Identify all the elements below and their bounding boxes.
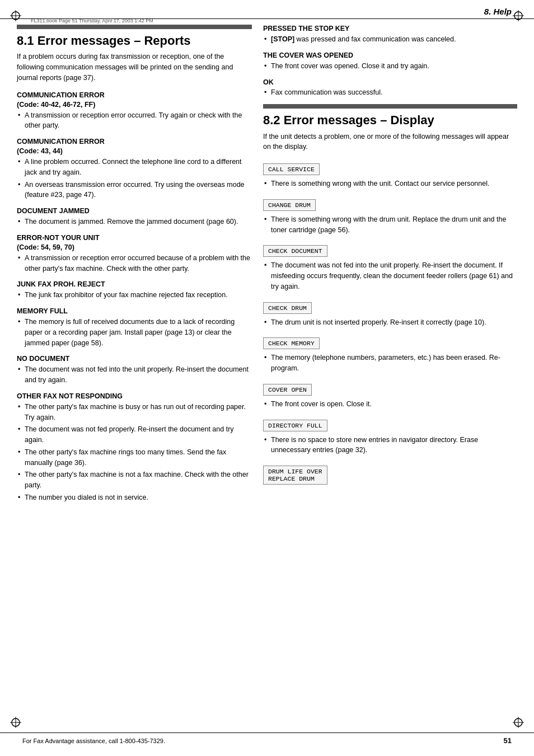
list-item: The document was not fed into the unit p… bbox=[263, 260, 517, 292]
list-item: The memory is full of received documents… bbox=[17, 317, 252, 348]
error-item-comm1: COMMUNICATION ERROR (Code: 40-42, 46-72,… bbox=[17, 91, 252, 132]
error-bullets-docjammed: The document is jammed. Remove the jamme… bbox=[17, 217, 252, 227]
list-item: The drum unit is not inserted properly. … bbox=[263, 317, 517, 328]
display-bullets-changedrum: There is something wrong with the drum u… bbox=[263, 214, 517, 236]
list-item: The other party's fax machine rings too … bbox=[17, 447, 252, 468]
right-section-heading: 8.2 Error messages – Display bbox=[263, 113, 517, 128]
display-error-drumlife: DRUM LIFE OVER REPLACE DRUM bbox=[263, 462, 517, 488]
display-msg-checkmemory: CHECK MEMORY bbox=[263, 337, 320, 349]
list-item: The junk fax prohibitor of your fax mach… bbox=[17, 290, 252, 300]
stop-key-bold: [STOP] bbox=[271, 35, 294, 43]
left-column: 8.1 Error messages – Reports If a proble… bbox=[17, 25, 252, 510]
ok-label: OK bbox=[263, 78, 517, 86]
right-section-intro: If the unit detects a problem, one or mo… bbox=[263, 132, 517, 153]
error-subtitle-comm1: (Code: 40-42, 46-72, FF) bbox=[17, 101, 252, 109]
display-bullets-checkdrum: The drum unit is not inserted properly. … bbox=[263, 317, 517, 328]
list-item: Fax communication was successful. bbox=[263, 87, 517, 98]
error-bullets-stopkey: [STOP] was pressed and fax communication… bbox=[263, 34, 517, 45]
page-header: 8. Help bbox=[0, 0, 534, 19]
display-msg-checkdrum: CHECK DRUM bbox=[263, 302, 312, 314]
top-left-corner-mark bbox=[10, 10, 21, 21]
list-item: The number you dialed is not in service. bbox=[17, 492, 252, 503]
list-item: There is something wrong with the unit. … bbox=[263, 179, 517, 189]
file-info: FL311.book Page 51 Thursday, April 17, 2… bbox=[31, 18, 153, 24]
list-item: The other party's fax machine is not a f… bbox=[17, 469, 252, 491]
list-item: The memory (telephone numbers, parameter… bbox=[263, 353, 517, 374]
display-bullets-checkdoc: The document was not fed into the unit p… bbox=[263, 260, 517, 292]
error-subtitle-notunit: (Code: 54, 59, 70) bbox=[17, 243, 252, 251]
error-title-comm1: COMMUNICATION ERROR bbox=[17, 91, 252, 99]
error-item-comm2: COMMUNICATION ERROR (Code: 43, 44) A lin… bbox=[17, 138, 252, 200]
error-title-otherfax: OTHER FAX NOT RESPONDING bbox=[17, 392, 252, 400]
list-item: The document was not fed into the unit p… bbox=[17, 364, 252, 386]
error-item-coveropened: THE COVER WAS OPENED The front cover was… bbox=[263, 51, 517, 72]
error-bullets-junkfax: The junk fax prohibitor of your fax mach… bbox=[17, 290, 252, 300]
display-error-callservice: CALL SERVICE There is something wrong wi… bbox=[263, 160, 517, 189]
list-item: There is something wrong with the drum u… bbox=[263, 214, 517, 236]
error-title-comm2: COMMUNICATION ERROR bbox=[17, 138, 252, 145]
display-bullets-coveropen: The front cover is open. Close it. bbox=[263, 399, 517, 410]
error-bullets-coveropened: The front cover was opened. Close it and… bbox=[263, 61, 517, 72]
error-title-stopkey: PRESSED THE STOP KEY bbox=[263, 25, 517, 32]
display-msg-coveropen: COVER OPEN bbox=[263, 384, 312, 396]
list-item: There is no space to store new entries i… bbox=[263, 435, 517, 456]
error-bullets-otherfax: The other party's fax machine is busy or… bbox=[17, 402, 252, 503]
display-error-dirfull: DIRECTORY FULL There is no space to stor… bbox=[263, 416, 517, 456]
left-section-bar bbox=[17, 25, 252, 29]
bottom-left-corner-mark bbox=[10, 717, 21, 728]
error-bullets-comm1: A transmission or reception error occurr… bbox=[17, 110, 252, 132]
header-title: 8. Help bbox=[484, 7, 512, 16]
error-item-notunit: ERROR-NOT YOUR UNIT (Code: 54, 59, 70) A… bbox=[17, 234, 252, 274]
top-right-corner-mark bbox=[513, 10, 524, 21]
list-item: The document is jammed. Remove the jamme… bbox=[17, 217, 252, 227]
bottom-right-corner-mark bbox=[513, 717, 524, 728]
error-bullets-notunit: A transmission or reception error occurr… bbox=[17, 253, 252, 274]
list-item: The front cover is open. Close it. bbox=[263, 399, 517, 410]
display-error-checkdoc: CHECK DOCUMENT The document was not fed … bbox=[263, 242, 517, 292]
list-item: The other party's fax machine is busy or… bbox=[17, 402, 252, 423]
list-item: An overseas transmission error occurred.… bbox=[17, 180, 252, 201]
error-item-memoryfull: MEMORY FULL The memory is full of receiv… bbox=[17, 307, 252, 348]
list-item: A transmission or reception error occurr… bbox=[17, 110, 252, 132]
error-bullets-ok: Fax communication was successful. bbox=[263, 87, 517, 98]
page-footer: For Fax Advantage assistance, call 1-800… bbox=[0, 732, 534, 745]
display-msg-dirfull: DIRECTORY FULL bbox=[263, 420, 327, 431]
list-item: A transmission or reception error occurr… bbox=[17, 253, 252, 274]
error-item-stopkey: PRESSED THE STOP KEY [STOP] was pressed … bbox=[263, 25, 517, 45]
error-title-coveropened: THE COVER WAS OPENED bbox=[263, 51, 517, 59]
error-bullets-comm2: A line problem occurred. Connect the tel… bbox=[17, 157, 252, 200]
display-error-checkmemory: CHECK MEMORY The memory (telephone numbe… bbox=[263, 334, 517, 374]
list-item: The document was not fed properly. Re-in… bbox=[17, 424, 252, 445]
display-msg-drumlife: DRUM LIFE OVER REPLACE DRUM bbox=[263, 466, 327, 485]
display-error-changedrum: CHANGE DRUM There is something wrong wit… bbox=[263, 196, 517, 236]
error-title-docjammed: DOCUMENT JAMMED bbox=[17, 207, 252, 215]
display-bullets-checkmemory: The memory (telephone numbers, parameter… bbox=[263, 353, 517, 374]
error-title-notunit: ERROR-NOT YOUR UNIT bbox=[17, 234, 252, 242]
footer-text: For Fax Advantage assistance, call 1-800… bbox=[22, 738, 165, 744]
error-bullets-nodoc: The document was not fed into the unit p… bbox=[17, 364, 252, 386]
display-bullets-dirfull: There is no space to store new entries i… bbox=[263, 435, 517, 456]
display-msg-changedrum: CHANGE DRUM bbox=[263, 199, 316, 211]
list-item: The front cover was opened. Close it and… bbox=[263, 61, 517, 72]
display-error-coveropen: COVER OPEN The front cover is open. Clos… bbox=[263, 381, 517, 410]
error-title-memoryfull: MEMORY FULL bbox=[17, 307, 252, 315]
display-msg-callservice: CALL SERVICE bbox=[263, 163, 320, 175]
display-msg-checkdoc: CHECK DOCUMENT bbox=[263, 245, 327, 257]
error-item-junkfax: JUNK FAX PROH. REJECT The junk fax prohi… bbox=[17, 280, 252, 300]
content-area: 8.1 Error messages – Reports If a proble… bbox=[0, 19, 534, 543]
error-title-junkfax: JUNK FAX PROH. REJECT bbox=[17, 280, 252, 288]
left-section-heading: 8.1 Error messages – Reports bbox=[17, 34, 252, 48]
left-section-intro: If a problem occurs during fax transmiss… bbox=[17, 51, 252, 83]
list-item: [STOP] was pressed and fax communication… bbox=[263, 34, 517, 45]
page-container: FL311.book Page 51 Thursday, April 17, 2… bbox=[0, 0, 534, 756]
list-item: A line problem occurred. Connect the tel… bbox=[17, 157, 252, 178]
footer-page: 51 bbox=[504, 736, 512, 745]
right-column: PRESSED THE STOP KEY [STOP] was pressed … bbox=[263, 25, 517, 510]
display-bullets-callservice: There is something wrong with the unit. … bbox=[263, 179, 517, 189]
error-item-otherfax: OTHER FAX NOT RESPONDING The other party… bbox=[17, 392, 252, 503]
error-subtitle-comm2: (Code: 43, 44) bbox=[17, 147, 252, 155]
error-item-nodoc: NO DOCUMENT The document was not fed int… bbox=[17, 355, 252, 386]
error-item-docjammed: DOCUMENT JAMMED The document is jammed. … bbox=[17, 207, 252, 227]
error-bullets-memoryfull: The memory is full of received documents… bbox=[17, 317, 252, 348]
error-title-nodoc: NO DOCUMENT bbox=[17, 355, 252, 363]
